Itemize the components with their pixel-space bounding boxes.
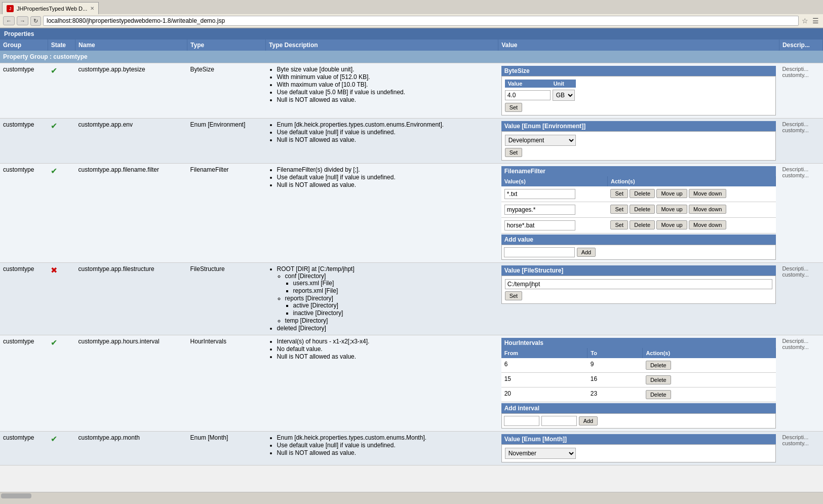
desc-item: Null is NOT allowed as value. — [277, 136, 495, 143]
bookmark-icon[interactable]: ☆ — [801, 16, 809, 26]
cell-group: customtype — [0, 432, 48, 466]
filter-table-header: Value(s) Action(s) — [501, 176, 776, 186]
cell-value: HourIntervals From To Action(s) — [498, 335, 779, 432]
bytesize-inputs-row: GB — [505, 90, 773, 101]
tab-favicon: J — [7, 5, 14, 12]
add-interval-row: Add — [501, 413, 776, 429]
add-value-button[interactable]: Add — [577, 248, 596, 257]
cell-description: Descripti...customty... — [779, 263, 822, 335]
filter-value-input-3[interactable] — [504, 220, 575, 230]
hour-to-cell: 23 — [587, 387, 643, 402]
cell-group: customtype — [0, 335, 48, 432]
forward-button[interactable]: → — [17, 16, 28, 25]
add-value-input[interactable] — [504, 247, 575, 257]
desc-item: deleted [Directory] — [277, 325, 495, 332]
cell-type-desc: Byte size value [double unit]. With mini… — [266, 63, 498, 119]
filestructure-value-input[interactable] — [505, 279, 773, 289]
hour-delete-button-3[interactable]: Delete — [646, 390, 671, 399]
desc-item: Use default value [null] if value is und… — [277, 442, 495, 449]
cell-type: FilenameFilter — [187, 164, 266, 263]
cell-type: Enum [Environment] — [187, 119, 266, 164]
filter-value-input-1[interactable] — [504, 189, 575, 199]
cell-type-desc: Enum [dk.heick.properties.types.custom.e… — [266, 119, 498, 164]
filter-delete-button-2[interactable]: Delete — [630, 205, 655, 214]
filter-moveup-button-3[interactable]: Move up — [656, 220, 687, 229]
add-interval-button[interactable]: Add — [579, 416, 598, 425]
filter-actions-cell: Set Delete Move up Move down — [607, 186, 775, 202]
horizontal-scrollbar[interactable] — [0, 492, 823, 499]
cell-type: FileStructure — [187, 263, 266, 335]
filter-actions-cell: Set Delete Move up Move down — [607, 218, 775, 234]
desc-item: Use default value [5.0 MB] if value is u… — [277, 89, 495, 96]
hour-row-1: 6 9 Delete — [501, 358, 776, 373]
filter-movedown-button-2[interactable]: Move down — [689, 205, 726, 214]
filter-values-table: Value(s) Action(s) S — [501, 176, 776, 234]
properties-panel-title: Properties — [0, 28, 823, 40]
filter-delete-button-3[interactable]: Delete — [630, 220, 655, 229]
hour-intervals-table: From To Action(s) 6 9 Del — [501, 348, 776, 402]
desc-list: Enum [dk.heick.properties.types.custom.e… — [269, 434, 495, 456]
table-row: customtype ✔ customtype.app.bytesize Byt… — [0, 63, 823, 119]
hour-from-cell: 20 — [501, 387, 587, 402]
enum-environment-widget-header: Value [Enum [Environment]] — [501, 121, 776, 131]
cell-state: ✖ — [48, 263, 75, 335]
filter-row-3: Set Delete Move up Move down — [501, 218, 776, 234]
add-interval-from-input[interactable] — [504, 416, 539, 426]
filter-value-cell — [501, 218, 608, 234]
add-interval-to-input[interactable] — [541, 416, 577, 426]
filter-moveup-button-2[interactable]: Move up — [656, 205, 687, 214]
cell-type: ByteSize — [187, 63, 266, 119]
desc-item: With maximum value of [10.0 TB]. — [277, 81, 495, 88]
cell-group: customtype — [0, 164, 48, 263]
menu-icon[interactable]: ☰ — [811, 16, 820, 26]
hour-delete-button-1[interactable]: Delete — [646, 361, 671, 370]
hour-delete-button-2[interactable]: Delete — [646, 375, 671, 384]
enum-month-select[interactable]: November — [505, 448, 576, 459]
filter-delete-button-1[interactable]: Delete — [630, 189, 655, 198]
enum-month-widget: Value [Enum [Month]] November — [501, 434, 776, 462]
bytesize-value-input[interactable] — [505, 90, 551, 100]
scrollbar-thumb[interactable] — [1, 493, 31, 498]
cell-name: customtype.app.bytesize — [75, 63, 187, 119]
desc-item: Enum [dk.heick.properties.types.custom.e… — [277, 434, 495, 441]
desc-item: Interval(s) of hours - x1-x2[;x3-x4]. — [277, 338, 495, 345]
refresh-button[interactable]: ↻ — [30, 16, 41, 26]
filter-moveup-button-1[interactable]: Move up — [656, 189, 687, 198]
filter-set-button-2[interactable]: Set — [610, 205, 628, 214]
desc-item: Null is NOT allowed as value. — [277, 181, 495, 188]
state-ok-icon: ✔ — [51, 338, 57, 347]
filenamefilter-widget: FilenameFilter Value(s) Action(s) — [501, 166, 776, 260]
hour-col-from: From — [501, 348, 587, 358]
table-row: customtype ✔ customtype.app.filename.fil… — [0, 164, 823, 263]
desc-sub-list: users.xml [File] reports.xml [File] — [285, 280, 495, 294]
filter-row-1: Set Delete Move up Move down — [501, 186, 776, 202]
active-tab[interactable]: J JHPropertiesTyped Web D... ✕ — [2, 2, 99, 14]
filter-set-button-3[interactable]: Set — [610, 220, 628, 229]
filter-row-2: Set Delete Move up Move down — [501, 202, 776, 218]
table-row: customtype ✔ customtype.app.month Enum [… — [0, 432, 823, 466]
bytesize-unit-select[interactable]: GB — [553, 90, 575, 101]
desc-item: inactive [Directory] — [293, 309, 495, 317]
cell-description: Descripti...customty... — [779, 164, 822, 263]
desc-item: ROOT [DIR] at [C:/temp/jhpt] conf [Direc… — [277, 265, 495, 324]
tab-close-button[interactable]: ✕ — [90, 6, 94, 11]
filter-movedown-button-1[interactable]: Move down — [689, 189, 726, 198]
hour-from-cell: 6 — [501, 358, 587, 373]
filter-movedown-button-3[interactable]: Move down — [689, 220, 726, 229]
col-header-group: Group — [0, 40, 48, 51]
cell-group: customtype — [0, 263, 48, 335]
bytesize-set-button[interactable]: Set — [505, 103, 523, 112]
hour-table-header: From To Action(s) — [501, 348, 776, 358]
hour-actions-cell: Delete — [643, 387, 776, 402]
filestructure-set-button[interactable]: Set — [505, 291, 523, 300]
filter-set-button-1[interactable]: Set — [610, 189, 628, 198]
filestructure-widget-header: Value [FileStructure] — [501, 265, 776, 276]
browser-chrome: J JHPropertiesTyped Web D... ✕ ← → ↻ ☆ ☰ — [0, 0, 823, 28]
desc-item: Byte size value [double unit]. — [277, 66, 495, 73]
enum-environment-select[interactable]: Development — [505, 135, 576, 146]
back-button[interactable]: ← — [3, 16, 15, 25]
enum-environment-set-button[interactable]: Set — [505, 148, 523, 157]
filter-value-input-2[interactable] — [504, 205, 575, 215]
filter-col-value: Value(s) — [501, 176, 608, 186]
address-bar[interactable] — [43, 16, 799, 26]
